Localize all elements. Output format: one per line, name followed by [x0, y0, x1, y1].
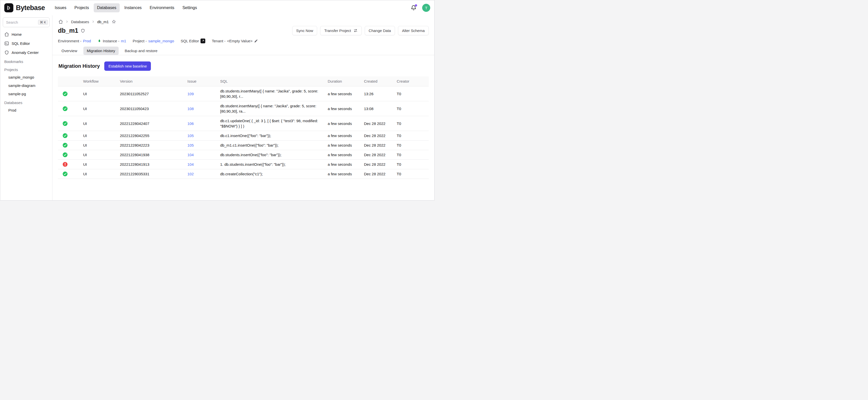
tab-overview[interactable]: Overview: [58, 47, 81, 55]
project-link[interactable]: sample_mongo: [148, 39, 174, 43]
issue-link[interactable]: 104: [187, 150, 220, 159]
sidebar-item-prod[interactable]: Prod: [2, 106, 50, 114]
sql-cell: 1. db.students.insertOne({"foo": "bar"})…: [220, 160, 328, 169]
created-cell: Dec 28 2022: [364, 150, 397, 159]
creator-cell: T0: [397, 104, 429, 113]
workflow-cell: UI: [83, 119, 120, 128]
user-avatar[interactable]: T: [422, 4, 430, 12]
duration-cell: a few seconds: [328, 160, 364, 169]
title-row: db_m1 Sync NowTransfer ProjectChange Dat…: [58, 26, 429, 35]
duration-cell: a few seconds: [328, 141, 364, 150]
database-meta: Environment - Prod Instance - m1 Project…: [58, 38, 429, 43]
instance-link[interactable]: m1: [121, 39, 126, 43]
tabs-divider: [52, 55, 434, 55]
brand-name: Bytebase: [16, 4, 45, 12]
creator-cell: T0: [397, 119, 429, 128]
transfer-project-button[interactable]: Transfer Project: [320, 26, 362, 35]
instance-label: Instance -: [103, 39, 119, 43]
sidebar-menu: HomeSQL EditorAnomaly Center: [2, 30, 50, 57]
search-box[interactable]: ⌘ K: [3, 18, 50, 27]
migration-history-table: WorkflowVersionIssueSQLDurationCreatedCr…: [58, 76, 429, 179]
issue-link[interactable]: 102: [187, 169, 220, 179]
column-header-duration: Duration: [328, 76, 364, 86]
status-cell: [58, 141, 83, 150]
workflow-cell: UI: [83, 150, 120, 159]
page-title: db_m1: [58, 27, 85, 34]
status-cell: [58, 89, 83, 98]
sidebar-item-anomaly-center[interactable]: Anomaly Center: [2, 48, 50, 57]
alter-schema-button[interactable]: Alter Schema: [398, 26, 429, 35]
creator-cell: T0: [397, 169, 429, 179]
notifications-bell-icon[interactable]: [410, 5, 416, 11]
creator-cell: T0: [397, 141, 429, 150]
created-cell: 13:08: [364, 104, 397, 113]
column-header-created: Created: [364, 76, 397, 86]
success-icon: [62, 133, 68, 138]
environment-link[interactable]: Prod: [83, 39, 91, 43]
edit-tenant-icon[interactable]: [254, 39, 258, 43]
nav-item-projects[interactable]: Projects: [71, 3, 92, 12]
sql-cell: db.createCollection("c1");: [220, 169, 328, 179]
sync-now-button[interactable]: Sync Now: [292, 26, 317, 35]
nav-item-settings[interactable]: Settings: [179, 3, 200, 12]
workflow-cell: UI: [83, 104, 120, 113]
tab-migration-history[interactable]: Migration History: [83, 47, 119, 55]
table-row: UI20221228042223105db_m1.c1.insertOne({"…: [58, 141, 429, 150]
sidebar-item-sample-mongo[interactable]: sample_mongo: [2, 73, 50, 81]
table-row: UI20221228042407106db.c1.updateOne( { _i…: [58, 116, 429, 131]
duration-cell: a few seconds: [328, 169, 364, 179]
tab-backup-and-restore[interactable]: Backup and restore: [121, 47, 161, 55]
nav-item-databases[interactable]: Databases: [94, 3, 120, 12]
created-cell: Dec 28 2022: [364, 141, 397, 150]
breadcrumb-databases[interactable]: Databases: [71, 20, 89, 24]
sidebar-item-sql-editor[interactable]: SQL Editor: [2, 39, 50, 48]
table-row: UI202212280419131041. db.students.insert…: [58, 160, 429, 169]
workflow-cell: UI: [83, 169, 120, 179]
change-data-button[interactable]: Change Data: [365, 26, 395, 35]
issue-link[interactable]: 108: [187, 104, 220, 113]
created-cell: Dec 28 2022: [364, 169, 397, 179]
nav-item-instances[interactable]: Instances: [121, 3, 145, 12]
column-header-creator: Creator: [397, 76, 429, 86]
home-icon[interactable]: [58, 20, 63, 24]
workflow-cell: UI: [83, 160, 120, 169]
issue-link[interactable]: 104: [187, 160, 220, 169]
sidebar-section-bookmarks: Bookmarks: [2, 57, 50, 65]
sidebar-sections: BookmarksProjectssample_mongosample-diag…: [2, 57, 50, 114]
creator-cell: T0: [397, 89, 429, 98]
success-icon: [62, 171, 68, 177]
nav-item-issues[interactable]: Issues: [51, 3, 69, 12]
sidebar-item-label: Home: [11, 32, 22, 36]
version-cell: 20221228041938: [120, 150, 187, 159]
bytebase-brand[interactable]: Bytebase: [4, 3, 45, 12]
workflow-cell: UI: [83, 141, 120, 150]
notification-dot: [415, 4, 417, 6]
version-cell: 20230111050423: [120, 104, 187, 113]
navbar-right: T: [410, 4, 430, 12]
chevron-right-icon: [65, 20, 69, 24]
created-cell: Dec 28 2022: [364, 131, 397, 140]
column-header-version: Version: [120, 76, 187, 86]
version-cell: 20221228042255: [120, 131, 187, 140]
issue-link[interactable]: 106: [187, 119, 220, 128]
search-input[interactable]: [5, 20, 36, 25]
anomaly-center-icon: [4, 50, 9, 55]
nav-item-environments[interactable]: Environments: [146, 3, 178, 12]
table-header-row: WorkflowVersionIssueSQLDurationCreatedCr…: [58, 76, 429, 86]
creator-cell: T0: [397, 131, 429, 140]
sidebar-item-sample-diagram[interactable]: sample-diagram: [2, 81, 50, 90]
sidebar-item-sample-pg[interactable]: sample-pg: [2, 90, 50, 98]
table-row: UI20221228042255105db.c1.insertOne({"foo…: [58, 131, 429, 141]
sidebar-item-home[interactable]: Home: [2, 30, 50, 39]
column-header-workflow: Workflow: [83, 76, 120, 86]
open-sql-editor-icon[interactable]: [200, 38, 205, 43]
chevron-right-icon: [91, 20, 95, 24]
issue-link[interactable]: 109: [187, 89, 220, 98]
star-icon[interactable]: [112, 20, 116, 24]
breadcrumb-current: db_m1: [97, 20, 109, 24]
issue-link[interactable]: 105: [187, 141, 220, 150]
migration-history-heading: Migration History: [58, 63, 100, 69]
issue-link[interactable]: 105: [187, 131, 220, 140]
success-icon: [62, 152, 68, 157]
establish-baseline-button[interactable]: Establish new baseline: [104, 61, 151, 71]
